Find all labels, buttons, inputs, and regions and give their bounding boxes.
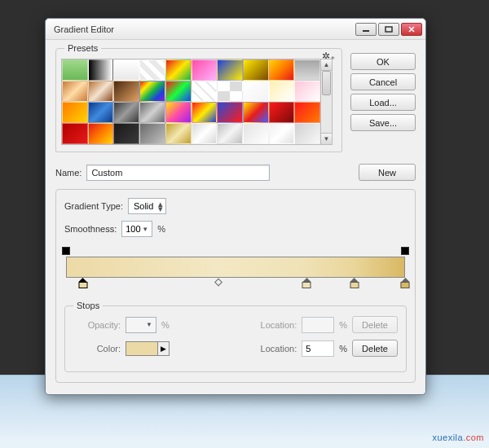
preset-swatch[interactable]: [113, 102, 139, 123]
preset-swatch[interactable]: [217, 81, 243, 102]
opacity-location-label: Location:: [261, 320, 297, 330]
gradient-type-label: Gradient Type:: [64, 201, 123, 211]
percent-unit: %: [339, 320, 347, 330]
gradient-type-select[interactable]: Solid ▴▾: [128, 198, 166, 214]
preset-swatch[interactable]: [139, 59, 165, 81]
name-label: Name:: [55, 168, 82, 178]
name-input[interactable]: [86, 165, 270, 181]
stops-group: Stops Opacity: ▼ % Location: % Delete Co…: [64, 305, 407, 372]
smoothness-value: 100: [126, 224, 140, 234]
new-button[interactable]: New: [359, 164, 416, 181]
preset-swatch[interactable]: [62, 102, 88, 123]
gradient-bar[interactable]: [66, 257, 405, 278]
preset-swatch[interactable]: [243, 102, 269, 123]
select-arrows-icon: ▴▾: [158, 201, 163, 211]
titlebar[interactable]: Gradient Editor: [46, 19, 425, 40]
preset-swatch[interactable]: [269, 123, 295, 144]
preset-swatch[interactable]: [88, 102, 114, 123]
stops-label: Stops: [73, 301, 103, 310]
load-button[interactable]: Load...: [350, 94, 416, 111]
percent-unit: %: [339, 344, 347, 354]
preset-swatch[interactable]: [294, 81, 320, 102]
color-location-label: Location:: [261, 344, 297, 354]
dropdown-icon: ▼: [146, 321, 152, 328]
preset-swatch[interactable]: [192, 123, 218, 144]
dropdown-icon[interactable]: ▼: [142, 226, 148, 233]
gradient-editor-window: Gradient Editor Presets ✲₊ ▲ ▼: [45, 18, 426, 395]
preset-swatch[interactable]: [243, 59, 269, 81]
color-stop[interactable]: [350, 278, 359, 288]
opacity-input: ▼: [126, 317, 156, 333]
gradient-editor-track: [66, 248, 405, 289]
preset-swatch[interactable]: [139, 102, 165, 123]
color-delete-button[interactable]: Delete: [352, 340, 398, 357]
preset-swatch[interactable]: [165, 102, 192, 123]
preset-swatch[interactable]: [88, 59, 114, 81]
preset-swatch[interactable]: [269, 81, 295, 102]
preset-swatch[interactable]: [62, 123, 88, 144]
color-stop[interactable]: [401, 278, 410, 288]
preset-swatch[interactable]: [192, 81, 218, 102]
opacity-label: Opacity:: [73, 320, 121, 330]
preset-swatch[interactable]: [294, 59, 320, 81]
scroll-up-icon[interactable]: ▲: [321, 59, 332, 71]
preset-swatch[interactable]: [217, 102, 243, 123]
minimize-button[interactable]: [355, 23, 377, 36]
preset-swatch[interactable]: [294, 102, 320, 123]
preset-swatch[interactable]: [139, 123, 165, 144]
preset-swatch[interactable]: [165, 123, 192, 144]
presets-group: Presets ✲₊ ▲ ▼: [55, 48, 342, 152]
preset-swatch[interactable]: [88, 123, 114, 144]
preset-swatch[interactable]: [269, 59, 295, 81]
preset-swatch[interactable]: [243, 123, 269, 144]
smoothness-input[interactable]: 100 ▼: [121, 221, 152, 237]
ok-button[interactable]: OK: [350, 53, 416, 70]
opacity-stop[interactable]: [401, 247, 409, 255]
color-picker-arrow-icon[interactable]: ▶: [158, 341, 170, 356]
preset-swatch[interactable]: [113, 59, 139, 81]
color-stop[interactable]: [78, 278, 87, 288]
opacity-location-input: [302, 317, 334, 333]
cancel-button[interactable]: Cancel: [350, 73, 416, 90]
scroll-thumb[interactable]: [322, 71, 331, 95]
preset-swatch[interactable]: [113, 123, 139, 144]
maximize-button[interactable]: [378, 23, 399, 36]
color-label: Color:: [73, 344, 121, 354]
preset-swatch[interactable]: [217, 123, 243, 144]
opacity-stop[interactable]: [62, 247, 70, 255]
percent-unit: %: [161, 320, 170, 330]
preset-swatch[interactable]: [113, 81, 139, 102]
preset-swatch[interactable]: [165, 59, 192, 81]
watermark: xuexila.com: [432, 426, 484, 445]
preset-swatch[interactable]: [192, 102, 218, 123]
close-button[interactable]: [401, 23, 422, 36]
preset-swatch[interactable]: [269, 102, 295, 123]
window-title: Gradient Editor: [54, 24, 355, 34]
preset-swatch[interactable]: [62, 81, 88, 102]
preset-swatch[interactable]: [192, 59, 218, 81]
preset-swatch[interactable]: [139, 81, 165, 102]
preset-swatch[interactable]: [88, 81, 114, 102]
color-swatch[interactable]: [126, 341, 158, 356]
gradient-settings-group: Gradient Type: Solid ▴▾ Smoothness: 100 …: [55, 189, 416, 383]
preset-swatch[interactable]: [62, 59, 88, 81]
percent-unit: %: [157, 224, 165, 234]
save-button[interactable]: Save...: [350, 114, 416, 131]
preset-swatch[interactable]: [217, 59, 243, 81]
preset-swatch[interactable]: [294, 123, 320, 144]
preset-scrollbar[interactable]: ▲ ▼: [320, 59, 333, 145]
color-stop[interactable]: [302, 278, 311, 288]
svg-rect-0: [363, 30, 369, 32]
color-location-input[interactable]: [302, 340, 334, 357]
smoothness-label: Smoothness:: [64, 224, 117, 234]
presets-label: Presets: [64, 43, 101, 53]
opacity-delete-button: Delete: [352, 316, 398, 333]
preset-swatch[interactable]: [243, 81, 269, 102]
scroll-down-icon[interactable]: ▼: [321, 133, 332, 144]
preset-swatch[interactable]: [165, 81, 192, 102]
gradient-type-value: Solid: [134, 201, 153, 211]
preset-grid: [61, 59, 320, 145]
svg-rect-1: [385, 27, 392, 32]
